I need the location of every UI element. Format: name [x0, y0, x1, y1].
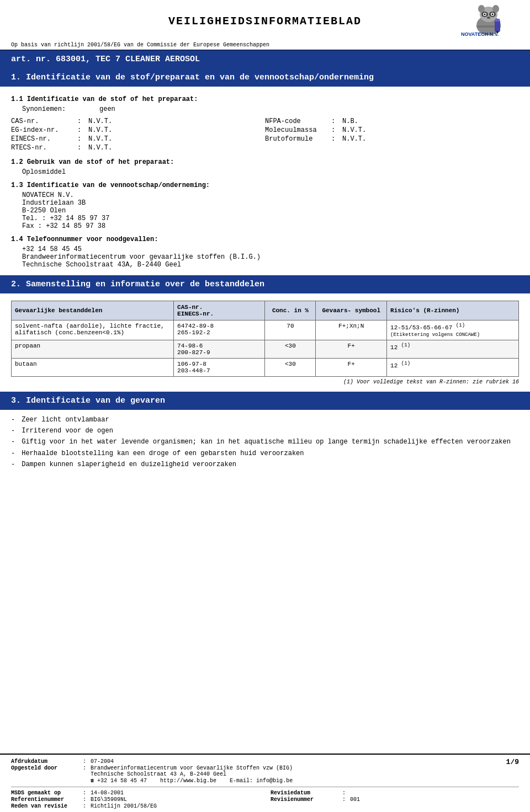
svg-rect-13	[495, 19, 500, 22]
danger-dash: -	[11, 436, 15, 447]
einecs-row: EINECS-nr. : N.V.T.	[11, 135, 265, 143]
footer-afdrukdatum-sep: :	[83, 758, 91, 765]
cell-name: butaan	[12, 358, 174, 376]
cell-conc: 70	[265, 320, 316, 340]
eg-label: EG-index-nr.	[11, 126, 77, 134]
footer-msds-value: 14-08-2001	[91, 790, 259, 796]
table-row: propaan74-98-6200-827-9<30F+12 (1)	[12, 340, 519, 358]
nfpa-sep: :	[331, 117, 342, 125]
footer-reden-value: Richtlijn 2001/58/EG	[91, 803, 259, 809]
footer-afdrukdatum: Afdrukdatum : 07-2004	[11, 758, 506, 765]
rtecs-value: N.V.T.	[88, 144, 265, 152]
mol-row: Molecuulmassa : N.V.T.	[265, 126, 519, 134]
section2-title: 2. Samenstelling en informatie over de b…	[0, 275, 530, 293]
cell-cas: 74-98-6200-827-9	[174, 340, 265, 358]
cell-cas: 64742-89-8265-192-2	[174, 320, 265, 340]
danger-text: Giftig voor in het water levende organis…	[22, 436, 511, 447]
eg-sep: :	[77, 126, 88, 134]
cell-risico: 12 (1)	[387, 358, 519, 376]
cas-row: CAS-nr. : N.V.T.	[11, 117, 265, 125]
section3-title: 3. Identificatie van de gevaren	[0, 392, 530, 410]
footer-opgesteld-email: E-mail: info@big.be	[230, 778, 293, 784]
emergency-info: +32 14 58 45 45 Brandweerinformatiecentr…	[22, 245, 519, 269]
nfpa-label: NFPA-code	[265, 117, 331, 125]
bruto-label: Brutoformule	[265, 135, 331, 143]
rtecs-label: RTECS-nr.	[11, 144, 77, 152]
footer-opgesteld-web: http://www.big.be	[160, 778, 216, 784]
footer-revisiedatum: Revisiedatum :	[271, 790, 519, 796]
danger-item: -Giftig voor in het water levende organi…	[11, 436, 519, 447]
footer-ref-value: BIG\35909NL	[91, 797, 259, 803]
footer-divider	[11, 787, 519, 787]
footer-reden-sep: :	[83, 803, 91, 809]
header-title-block: VEILIGHEIDSINFORMATIEBLAD	[77, 15, 453, 28]
hazard-table: Gevaarlijke bestanddelen CAS-nr. EINECS-…	[11, 301, 519, 377]
danger-text: Herhaalde blootstelling kan een droge of…	[22, 448, 304, 459]
svg-rect-12	[495, 20, 500, 32]
nfpa-row: NFPA-code : N.B.	[265, 117, 519, 125]
table-row: butaan106-97-8203-448-7<30F+12 (1)	[12, 358, 519, 376]
section2-content: Gevaarlijke bestanddelen CAS-nr. EINECS-…	[0, 293, 530, 389]
danger-text: Dampen kunnen slaperigheid en duizelighe…	[22, 459, 236, 470]
einecs-label: EINECS-nr.	[11, 135, 77, 143]
cas-value: N.V.T.	[88, 117, 265, 125]
header-logo-block: NOVATECH N.V.	[453, 4, 519, 38]
danger-item: -Dampen kunnen slaperigheid en duizeligh…	[11, 459, 519, 470]
footer-msds-sep: :	[83, 790, 91, 796]
danger-text: Irriterend voor de ogen	[22, 425, 113, 436]
svg-point-9	[492, 14, 494, 15]
synonymen-value: geen	[99, 105, 115, 113]
synonymen-sep	[88, 105, 99, 113]
footer-afdrukdatum-value: 07-2004	[91, 758, 506, 765]
footer-ref-sep: :	[83, 797, 91, 803]
eg-row: EG-index-nr. : N.V.T.	[11, 126, 265, 134]
eg-value: N.V.T.	[88, 126, 265, 134]
danger-item: -Irriterend voor de ogen	[11, 425, 519, 436]
svg-point-10	[487, 17, 490, 19]
document-title: VEILIGHEIDSINFORMATIEBLAD	[77, 15, 453, 28]
footer-top-left: Afdrukdatum : 07-2004 Opgesteld door : B…	[11, 758, 506, 784]
cell-risico: 12-51/53-65-66-67 (1)(Etikettering volge…	[387, 320, 519, 340]
svg-point-8	[484, 14, 486, 15]
bruto-value: N.V.T.	[342, 135, 519, 143]
cell-conc: <30	[265, 340, 316, 358]
danger-item: -Herhaalde blootstelling kan een droge o…	[11, 448, 519, 459]
col-header-conc: Conc. in %	[265, 301, 316, 320]
footer-reden-label: Reden van revisie	[11, 803, 83, 809]
table-header-row: Gevaarlijke bestanddelen CAS-nr. EINECS-…	[12, 301, 519, 320]
bruto-sep: :	[331, 135, 342, 143]
company-info: NOVATECH N.V. Industrielaan 3B B-2250 Ol…	[22, 191, 519, 230]
footer-opgesteld-addr: Technische Schoolstraat 43 A, B-2440 Gee…	[91, 771, 506, 777]
footer-opgesteld-value: Brandweerinformatiecentrum voor Gevaarli…	[91, 765, 506, 784]
footer-page-number: 1/9	[506, 758, 519, 766]
svg-text:NOVATECH N.V.: NOVATECH N.V.	[461, 31, 499, 37]
einecs-value: N.V.T.	[88, 135, 265, 143]
cell-cas: 106-97-8203-448-7	[174, 358, 265, 376]
cas-label: CAS-nr.	[11, 117, 77, 125]
mol-sep: :	[331, 126, 342, 134]
footer-reden: Reden van revisie : Richtlijn 2001/58/EG	[11, 803, 259, 809]
danger-dash: -	[11, 448, 15, 459]
emergency-org: Brandweerinformatiecentrum voor gevaarli…	[22, 253, 519, 261]
col-header-risico: Risico's (R-zinnen)	[387, 301, 519, 320]
table-row: solvent-nafta (aardolie), lichte fractie…	[12, 320, 519, 340]
footer-revisiedatum-value	[350, 790, 519, 796]
synonymen-label: Synoniemen:	[22, 105, 88, 113]
ids-left: CAS-nr. : N.V.T. EG-index-nr. : N.V.T. E…	[11, 116, 265, 153]
mol-value: N.V.T.	[342, 126, 519, 134]
company-tel: Tel. : +32 14 85 97 37	[22, 215, 519, 222]
section1-content: 1.1 Identificatie van de stof of het pre…	[0, 87, 530, 273]
cell-symbol: F+	[316, 340, 387, 358]
mol-label: Molecuulmassa	[265, 126, 331, 134]
danger-text: Zeer licht ontvlambaar	[22, 414, 109, 425]
header: VEILIGHEIDSINFORMATIEBLAD	[0, 0, 530, 40]
novatech-logo-svg: NOVATECH N.V.	[458, 4, 519, 38]
use-value: Oplosmiddel	[22, 168, 519, 176]
svg-point-2	[478, 5, 485, 13]
svg-point-3	[492, 5, 499, 13]
footer-revisienr-label: Revisienummer	[271, 797, 342, 803]
cell-conc: <30	[265, 358, 316, 376]
footer-opgesteld-tel: +32 14 58 45 47	[97, 778, 147, 784]
footer-opgesteld: Opgesteld door : Brandweerinformatiecent…	[11, 765, 506, 784]
footer-bottom-right: Revisiedatum : Revisienummer : 001	[271, 789, 519, 810]
